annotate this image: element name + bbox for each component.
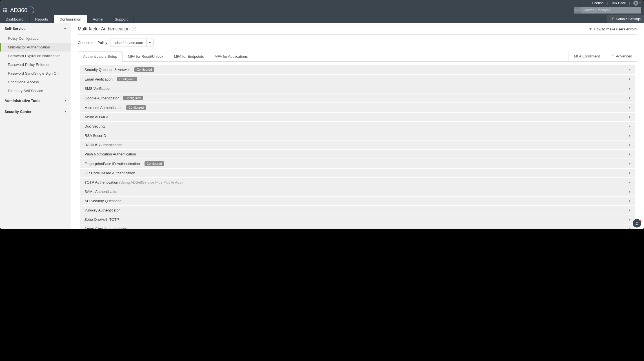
search-box[interactable] [574, 7, 641, 14]
sidebar-section-administrative-tools[interactable]: Administrative Tools [0, 95, 71, 106]
enroll-help-link[interactable]: How to make users enroll? [589, 27, 637, 31]
authenticator-row[interactable]: Smart Card Authentication [80, 224, 635, 229]
authenticator-label: Google Authenticator [85, 96, 119, 100]
sub-tabs: Authenticators SetupMFA for Reset/Unlock… [78, 51, 637, 62]
chevron-right-icon [65, 111, 66, 113]
svg-point-4 [612, 55, 613, 56]
chevron-right-icon [65, 100, 66, 102]
chevron-right-icon [629, 125, 630, 128]
right-tab-advanced[interactable]: Advanced [605, 51, 637, 61]
talkback-link[interactable]: Talk Back [611, 1, 626, 5]
chat-button[interactable] [633, 219, 641, 228]
nav-row: DashboardReportsConfigurationAdminSuppor… [0, 15, 644, 23]
authenticator-row[interactable]: Google AuthenticatorConfigured [80, 93, 635, 102]
authenticator-row[interactable]: Duo Security [80, 122, 635, 131]
authenticator-label: RADIUS Authentication [85, 143, 122, 147]
authenticator-label: Smart Card Authentication [85, 227, 127, 229]
sidebar-item-conditional-access[interactable]: Conditional Access [0, 78, 71, 86]
authenticator-row[interactable]: AD Security Questions [80, 197, 635, 205]
nav-tab-support[interactable]: Support [109, 15, 134, 23]
authenticator-row[interactable]: Email VerificationConfigured [80, 75, 635, 84]
authenticator-row[interactable]: TOTP Authentication (Using ADSelfService… [80, 178, 635, 187]
app-window: License | Talk Back | AD360 [0, 0, 644, 229]
authenticator-label: Email Verification [85, 77, 113, 81]
nav-tab-dashboard[interactable]: Dashboard [0, 15, 30, 23]
authenticator-row[interactable]: QR Code Based Authentication [80, 169, 635, 177]
page-title: Multi-factor Authentication ? [78, 26, 136, 32]
sidebar-section-security-center[interactable]: Security Center [0, 106, 71, 117]
brand-logo[interactable]: AD360 [10, 6, 34, 14]
sub-tab-mfa-for-applications[interactable]: MFA for Applications [209, 51, 253, 62]
gear-icon [610, 17, 614, 22]
authenticator-label: RSA SecurID [85, 133, 106, 138]
authenticator-label: Security Question & Answer [85, 68, 130, 72]
authenticator-row[interactable]: SAML Authentication [80, 187, 635, 196]
sidebar-item-password-policy-enforcer[interactable]: Password Policy Enforcer [0, 60, 71, 69]
chevron-down-icon [579, 10, 581, 11]
authenticator-row[interactable]: RSA SecurID [80, 131, 635, 140]
svg-point-0 [635, 2, 636, 3]
svg-point-5 [636, 222, 638, 223]
chevron-right-icon [629, 181, 630, 184]
sidebar-section-self-service[interactable]: Self-Service [0, 23, 71, 34]
apps-grid-icon[interactable] [3, 8, 7, 12]
authenticator-row[interactable]: Fingerprint/Face ID AuthenticationConfig… [80, 159, 635, 168]
brand-row: AD360 [0, 6, 644, 15]
policy-dropdown-button[interactable] [146, 39, 153, 46]
domain-settings-button[interactable]: Domain Settings [607, 15, 644, 23]
right-tab-mfa-enrollment[interactable]: MFA Enrollment [569, 51, 605, 61]
nav-tab-admin[interactable]: Admin [87, 15, 109, 23]
sub-tab-mfa-for-reset-unlock[interactable]: MFA for Reset/Unlock [123, 51, 169, 62]
content: Multi-factor Authentication ? How to mak… [71, 23, 644, 229]
chevron-right-icon [629, 191, 630, 193]
license-link[interactable]: License [592, 1, 603, 5]
nav-tab-reports[interactable]: Reports [30, 15, 54, 23]
authenticator-row[interactable]: Zoho OneAuth TOTP [80, 215, 635, 224]
authenticator-label: SMS Verification [85, 86, 111, 91]
chevron-right-icon [629, 68, 630, 71]
authenticator-row[interactable]: Yubikey Authenticator [80, 206, 635, 215]
authenticator-label: Zoho OneAuth TOTP [85, 217, 119, 222]
avatar-icon [633, 1, 638, 6]
chevron-right-icon [629, 209, 630, 211]
user-menu[interactable] [633, 1, 641, 6]
authenticator-label: QR Code Based Authentication [85, 171, 135, 175]
authenticator-label: AD Security Questions [85, 199, 121, 203]
chevron-down-icon [639, 3, 641, 4]
authenticator-row[interactable]: RADIUS Authentication [80, 141, 635, 149]
authenticator-row[interactable]: Security Question & AnswerConfigured [80, 65, 635, 74]
authenticator-row[interactable]: Microsoft AuthenticatorConfigured [80, 103, 635, 112]
gear-icon [610, 54, 614, 59]
sidebar-item-password-expiration-notification[interactable]: Password Expiration Notification [0, 52, 71, 60]
sidebar-item-policy-configuration[interactable]: Policy Configuration [0, 34, 71, 43]
chevron-right-icon [629, 106, 630, 109]
authenticator-label: TOTP Authentication (Using ADSelfService… [85, 180, 183, 184]
search-input[interactable] [581, 8, 641, 12]
policy-row: Choose the Policy adselfservice.com [78, 39, 637, 46]
sidebar-item-password-sync-single-sign-on[interactable]: Password Sync/Single Sign On [0, 69, 71, 78]
top-bar: License | Talk Back | [0, 0, 644, 6]
policy-select[interactable]: adselfservice.com [110, 39, 154, 46]
authenticator-label: Push Notification Authentication [85, 152, 136, 156]
search-icon[interactable] [574, 7, 581, 14]
authenticator-row[interactable]: SMS Verification [80, 84, 635, 93]
main-area: Self-ServicePolicy ConfigurationMulti-fa… [0, 23, 644, 229]
sidebar-item-multi-factor-authentication[interactable]: Multi-factor Authentication [0, 43, 71, 52]
sub-tab-authenticators-setup[interactable]: Authenticators Setup [78, 51, 123, 62]
chevron-down-icon [149, 42, 151, 43]
help-icon[interactable]: ? [132, 27, 136, 31]
svg-line-2 [577, 11, 578, 12]
authenticator-row[interactable]: Azure AD MFA [80, 113, 635, 121]
configured-badge: Configured [145, 161, 164, 166]
svg-point-3 [612, 18, 613, 19]
chevron-right-icon [629, 135, 630, 137]
authenticator-row[interactable]: Push Notification Authentication [80, 150, 635, 159]
policy-label: Choose the Policy [78, 41, 107, 45]
authenticator-label: Microsoft Authenticator [85, 106, 122, 110]
sub-tab-mfa-for-endpoints[interactable]: MFA for Endpoints [168, 51, 209, 62]
configured-badge: Configured [126, 105, 146, 110]
sidebar-item-directory-self-service[interactable]: Directory Self Service [0, 86, 71, 95]
authenticator-label: Fingerprint/Face ID Authentication [85, 162, 140, 166]
authenticator-label: Azure AD MFA [85, 115, 108, 119]
nav-tab-configuration[interactable]: Configuration [54, 15, 87, 23]
